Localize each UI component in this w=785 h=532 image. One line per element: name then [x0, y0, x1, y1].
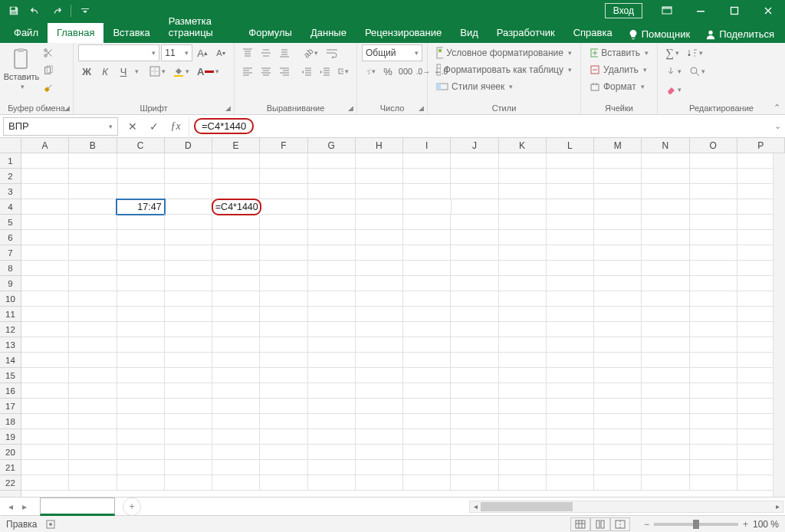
cell-M20[interactable]	[594, 445, 642, 460]
cell-J20[interactable]	[451, 445, 498, 460]
font-family-combo[interactable]: ▾	[78, 44, 159, 61]
cell-J10[interactable]	[451, 291, 498, 307]
cell-G20[interactable]	[308, 445, 356, 460]
number-format-combo[interactable]: Общий▾	[362, 44, 422, 61]
cell-H20[interactable]	[356, 445, 403, 460]
sheet-prev[interactable]: ◂	[5, 501, 17, 512]
cell-N17[interactable]	[642, 399, 689, 414]
cell-M21[interactable]	[594, 460, 642, 475]
cell-N6[interactable]	[642, 230, 689, 245]
cell-E20[interactable]	[212, 445, 260, 460]
cell-D5[interactable]	[165, 215, 212, 230]
cell-M12[interactable]	[594, 322, 642, 337]
sheet-next[interactable]: ▸	[18, 501, 31, 512]
cell-J12[interactable]	[451, 322, 498, 337]
cell-D1[interactable]	[165, 153, 212, 169]
cell-E16[interactable]	[212, 383, 260, 399]
cell-M2[interactable]	[594, 169, 642, 184]
cell-H10[interactable]	[356, 291, 403, 307]
cell-J11[interactable]	[451, 307, 498, 322]
col-header-C[interactable]: C	[117, 138, 165, 153]
cell-C6[interactable]	[117, 230, 165, 245]
cell-B14[interactable]	[69, 353, 117, 368]
cell-H18[interactable]	[356, 414, 403, 429]
tab-data[interactable]: Данные	[301, 23, 356, 43]
cell-H3[interactable]	[356, 184, 403, 199]
cell-O18[interactable]	[690, 414, 737, 429]
cell-O22[interactable]	[690, 475, 737, 491]
cell-B16[interactable]	[69, 383, 117, 399]
cell-C8[interactable]	[117, 261, 165, 276]
minimize-button[interactable]	[684, 0, 718, 21]
col-header-F[interactable]: F	[260, 138, 307, 153]
col-header-L[interactable]: L	[547, 138, 594, 153]
cell-B12[interactable]	[69, 322, 117, 337]
cell-A13[interactable]	[21, 337, 69, 353]
cell-D6[interactable]	[165, 230, 212, 245]
cell-D17[interactable]	[165, 399, 212, 414]
sign-in-button[interactable]: Вход	[605, 3, 642, 18]
cell-G15[interactable]	[308, 368, 356, 383]
cell-E17[interactable]	[212, 399, 260, 414]
cell-N1[interactable]	[642, 153, 689, 169]
bold-button[interactable]: Ж	[78, 63, 95, 80]
align-launcher[interactable]: ◢	[346, 103, 355, 113]
formula-bar-expand[interactable]: ⌄	[770, 121, 785, 131]
cell-A1[interactable]	[21, 153, 69, 169]
cell-H8[interactable]	[356, 261, 403, 276]
cell-J3[interactable]	[451, 184, 498, 199]
cell-I5[interactable]	[403, 215, 451, 230]
view-page-break[interactable]	[610, 517, 630, 531]
cell-N4[interactable]	[642, 199, 689, 215]
insert-function[interactable]: ƒx	[166, 117, 186, 136]
cell-M15[interactable]	[594, 368, 642, 383]
cell-O12[interactable]	[690, 322, 737, 337]
row-header-18[interactable]: 18	[0, 414, 21, 429]
cell-G22[interactable]	[308, 475, 356, 491]
cell-D16[interactable]	[165, 383, 212, 399]
cell-A8[interactable]	[21, 261, 69, 276]
cell-C3[interactable]	[117, 184, 165, 199]
cell-D3[interactable]	[165, 184, 212, 199]
align-left[interactable]	[239, 63, 256, 80]
cell-B9[interactable]	[69, 276, 117, 291]
cell-B17[interactable]	[69, 399, 117, 414]
cell-M1[interactable]	[594, 153, 642, 169]
cell-K11[interactable]	[499, 307, 547, 322]
cell-A22[interactable]	[21, 475, 69, 491]
cell-D4[interactable]	[165, 199, 212, 215]
cell-F19[interactable]	[260, 429, 307, 445]
zoom-level[interactable]: 100 %	[753, 519, 779, 530]
cell-O19[interactable]	[690, 429, 737, 445]
cell-F10[interactable]	[260, 291, 307, 307]
cell-I20[interactable]	[403, 445, 451, 460]
conditional-formatting[interactable]: Условное форматирование▾	[432, 44, 576, 61]
cell-A2[interactable]	[21, 169, 69, 184]
cell-A14[interactable]	[21, 353, 69, 368]
cell-K8[interactable]	[499, 261, 547, 276]
maximize-button[interactable]	[718, 0, 751, 21]
orientation[interactable]: ab▾	[301, 44, 321, 61]
cell-L9[interactable]	[547, 276, 594, 291]
cell-E7[interactable]	[212, 245, 260, 261]
cell-E10[interactable]	[212, 291, 260, 307]
cell-L18[interactable]	[547, 414, 594, 429]
cell-L7[interactable]	[547, 245, 594, 261]
cell-F20[interactable]	[260, 445, 307, 460]
cell-C11[interactable]	[117, 307, 165, 322]
cell-B8[interactable]	[69, 261, 117, 276]
cell-L17[interactable]	[547, 399, 594, 414]
cell-F13[interactable]	[260, 337, 307, 353]
cell-H17[interactable]	[356, 399, 403, 414]
cell-G19[interactable]	[308, 429, 356, 445]
row-header-11[interactable]: 11	[0, 307, 21, 322]
cell-N9[interactable]	[642, 276, 689, 291]
cell-H2[interactable]	[356, 169, 403, 184]
cell-J22[interactable]	[451, 475, 498, 491]
tab-view[interactable]: Вид	[451, 23, 488, 43]
cell-L5[interactable]	[547, 215, 594, 230]
cell-H14[interactable]	[356, 353, 403, 368]
cell-E4[interactable]: =C4*1440	[212, 199, 261, 215]
cell-I3[interactable]	[403, 184, 451, 199]
formula-enter[interactable]: ✓	[144, 117, 164, 136]
